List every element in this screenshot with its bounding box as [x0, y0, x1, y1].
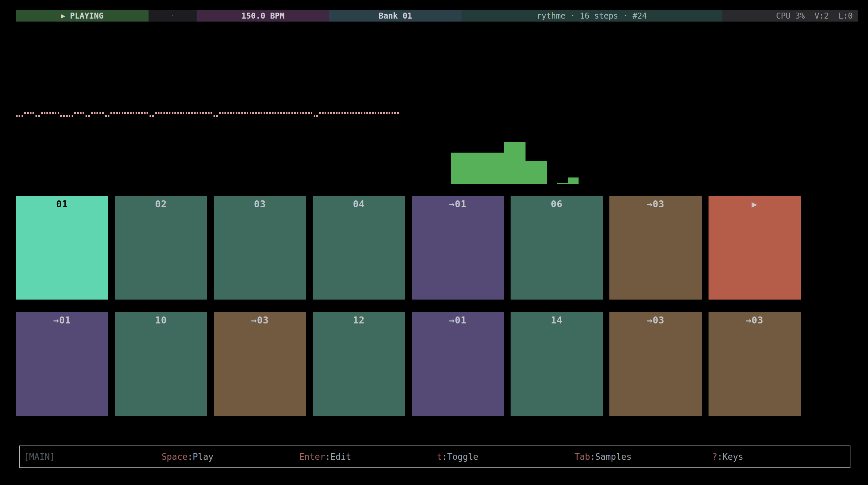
pad-04[interactable]: 04: [313, 196, 405, 300]
pad-label: 10: [155, 315, 167, 326]
pad-14[interactable]: 14: [510, 312, 603, 416]
meter-bar: [536, 161, 547, 184]
waveform-dot: [333, 112, 335, 114]
waveform-dot: [83, 112, 84, 114]
pad-label: 04: [353, 199, 365, 210]
pad-grid-row-2: →01 10 →03 12 →01 14 →03 →03: [16, 312, 801, 416]
waveform-dot: [105, 115, 107, 117]
waveform-dot: [102, 112, 104, 114]
waveform-dot: [339, 112, 340, 114]
waveform-dot: [186, 112, 187, 114]
waveform-dot: [222, 112, 223, 114]
waveform-dot: [311, 112, 312, 114]
bpm-value: 150.0 BPM: [241, 11, 284, 21]
waveform-dot: [344, 112, 346, 114]
waveform-dot: [392, 112, 393, 114]
shortcut-action: :Keys: [717, 452, 743, 462]
waveform-dot: [278, 112, 279, 114]
play-indicator-icon: ▶: [752, 199, 757, 210]
waveform-dot: [141, 112, 143, 114]
waveform-dot: [138, 112, 140, 114]
pad-grid-row-1: 01 02 03 04 →01 06 →03 ▶: [16, 196, 801, 300]
pad-03[interactable]: 03: [214, 196, 306, 300]
waveform-dot: [302, 112, 304, 114]
waveform-dot: [372, 112, 374, 114]
waveform-dot: [194, 112, 196, 114]
pad-12[interactable]: 12: [313, 312, 405, 416]
waveform-dot: [288, 112, 290, 114]
waveform-dot: [397, 112, 399, 114]
waveform-dot: [230, 112, 232, 114]
waveform-dot: [32, 112, 34, 114]
waveform-dot: [291, 112, 293, 114]
pad-06[interactable]: 06: [510, 196, 603, 300]
pad-13[interactable]: →01: [412, 312, 504, 416]
transport-status-segment: ▶ PLAYING: [16, 10, 149, 22]
shortcut-play: Space:Play: [161, 452, 299, 462]
waveform-dot: [169, 112, 170, 114]
waveform-dot: [188, 112, 190, 114]
waveform-dot: [116, 112, 118, 114]
transport-status-label: PLAYING: [70, 11, 103, 21]
pad-09[interactable]: →01: [16, 312, 108, 416]
waveform-dot: [122, 112, 123, 114]
pad-15[interactable]: →03: [610, 312, 702, 416]
pad-07[interactable]: →03: [610, 196, 702, 300]
waveform-dot: [55, 112, 56, 114]
waveform-dot: [88, 115, 90, 117]
waveform-dot: [46, 112, 48, 114]
waveform-dot: [236, 112, 238, 114]
shortcut-key: ?: [712, 452, 717, 462]
pad-05[interactable]: →01: [412, 196, 504, 300]
meter-bar: [526, 161, 536, 184]
waveform-dot: [324, 112, 326, 114]
waveform-dot: [227, 112, 229, 114]
waveform-dot: [166, 112, 168, 114]
waveform-dot: [91, 112, 93, 114]
meter-bar: [462, 153, 472, 184]
pad-11[interactable]: →03: [214, 312, 306, 416]
waveform-dot: [69, 115, 70, 117]
level-meter: [451, 142, 579, 184]
pad-label: →01: [449, 315, 467, 326]
waveform-dot: [180, 112, 182, 114]
waveform-dot: [133, 112, 134, 114]
pad-16[interactable]: →03: [709, 312, 801, 416]
waveform-dot: [99, 112, 101, 114]
waveform-dot: [147, 112, 148, 114]
waveform-dot: [119, 112, 120, 114]
waveform-dot: [208, 112, 210, 114]
pad-label: →01: [449, 199, 467, 210]
pattern-info-segment: rythme · 16 steps · #24: [462, 10, 722, 22]
waveform-dot: [252, 112, 254, 114]
waveform-dot: [266, 112, 268, 114]
waveform-dot: [175, 112, 176, 114]
pad-01[interactable]: 01: [16, 196, 108, 300]
waveform-dot: [124, 112, 126, 114]
pad-10[interactable]: 10: [115, 312, 207, 416]
waveform-dot: [172, 112, 174, 114]
waveform-dot: [389, 112, 390, 114]
waveform-dot: [386, 112, 388, 114]
bank-value: Bank 01: [379, 11, 412, 21]
meter-bar: [504, 142, 515, 184]
shortcut-key: Tab: [575, 452, 590, 462]
waveform-dot: [86, 115, 87, 117]
waveform-dot: [16, 115, 18, 117]
waveform-dot: [355, 112, 357, 114]
waveform-dot: [241, 112, 243, 114]
waveform-dot: [114, 112, 115, 114]
pad-08-playing[interactable]: ▶: [709, 196, 801, 300]
waveform-dot: [50, 112, 51, 114]
bank-segment: Bank 01: [329, 10, 462, 22]
system-info-segment: CPU 3% V:2 L:0: [722, 10, 858, 22]
waveform-dot: [233, 112, 235, 114]
pad-02[interactable]: 02: [115, 196, 207, 300]
waveform-dot: [314, 115, 315, 117]
waveform-dot: [341, 112, 343, 114]
bpm-segment: 150.0 BPM: [196, 10, 329, 22]
waveform-dot: [199, 112, 201, 114]
shortcut-samples: Tab:Samples: [575, 452, 712, 462]
waveform-dot: [96, 112, 98, 114]
waveform-dot: [300, 112, 301, 114]
